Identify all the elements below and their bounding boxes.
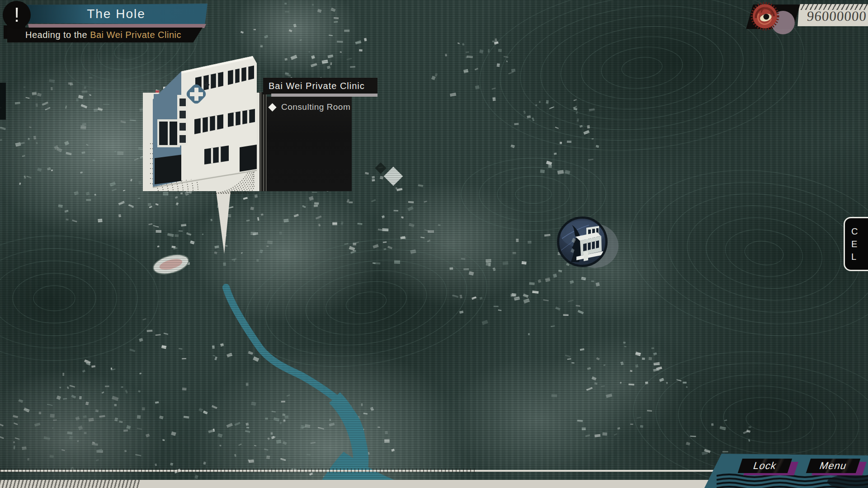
- status-prefix: Heading to the: [25, 30, 90, 40]
- game-screen: The Hole Heading to the Bai Wei Private …: [0, 0, 868, 488]
- money-value: 96000000: [807, 6, 868, 24]
- diamond-bullet-icon: [268, 103, 276, 111]
- popup-title-bar: Bai Wei Private Clinic: [263, 78, 377, 94]
- popup-menu-item-label: Consulting Room: [281, 102, 350, 112]
- status-destination: Bai Wei Private Clinic: [90, 30, 181, 40]
- house-with-tree-marker-icon: [557, 216, 608, 267]
- popup-menu-item-consulting-room[interactable]: Consulting Room: [267, 100, 352, 114]
- location-title: The Hole: [87, 7, 146, 21]
- status-banner: Heading to the Bai Wei Private Clinic: [7, 28, 203, 42]
- map-stadium: [151, 251, 190, 277]
- cell-letter: E: [851, 238, 857, 250]
- clinic-building-illustration: [153, 56, 257, 188]
- banner-underline: [28, 24, 206, 28]
- money-counter: 96000000: [797, 4, 868, 26]
- map-marker-house[interactable]: [557, 216, 625, 275]
- map-river: [226, 287, 394, 488]
- cell-letter: L: [851, 251, 856, 263]
- bottom-hud-block: Lock Menu: [696, 452, 868, 488]
- bottom-rule-hatch: [0, 469, 475, 473]
- currency-eye-group: [747, 0, 803, 34]
- cell-phone-button[interactable]: C E L: [844, 217, 868, 271]
- menu-button-label: Menu: [818, 460, 848, 472]
- cell-letter: C: [851, 225, 858, 237]
- exclamation-glyph: !: [14, 5, 19, 25]
- wave-lines-decoration: [717, 474, 868, 488]
- popup-pointer-tail: [216, 191, 231, 254]
- popup-edge-stripes: [259, 92, 267, 191]
- alert-icon: !: [3, 1, 31, 29]
- map-decorations: [0, 0, 868, 488]
- popup-title: Bai Wei Private Clinic: [269, 81, 365, 91]
- location-banner: The Hole: [25, 4, 208, 24]
- popup-menu-panel: Consulting Room: [267, 97, 352, 191]
- popup-divider: [271, 94, 377, 97]
- lock-button[interactable]: Lock: [738, 459, 792, 473]
- clinic-illustration-card: [143, 51, 261, 254]
- lock-button-label: Lock: [752, 460, 778, 472]
- menu-button[interactable]: Menu: [806, 459, 860, 473]
- red-spiral-eye-icon: [748, 0, 783, 35]
